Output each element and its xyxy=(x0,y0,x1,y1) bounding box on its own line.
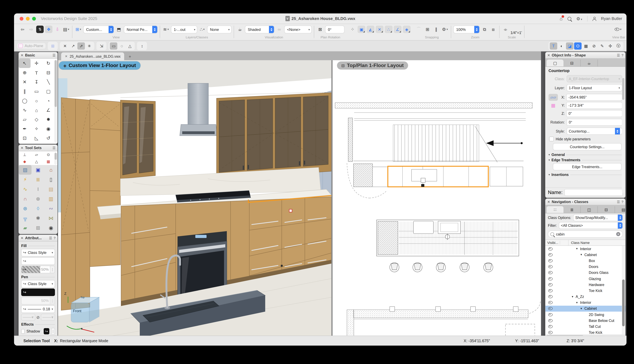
circle-tool[interactable]: ◯ xyxy=(19,96,30,106)
callout-tool[interactable]: ⊟ xyxy=(42,68,54,77)
smart-edge-button[interactable]: ◈ xyxy=(403,26,410,33)
visibility-eye-icon[interactable] xyxy=(546,259,561,262)
rectangular-marquee-mode[interactable]: ▭ xyxy=(110,42,118,50)
close-icon[interactable] xyxy=(20,53,24,58)
rotation-input[interactable]: 0° xyxy=(566,119,622,126)
close-window-button[interactable] xyxy=(20,17,24,20)
palette-menu-icon[interactable] xyxy=(49,236,52,240)
visibility-eye-icon[interactable] xyxy=(546,319,561,322)
auto-plane-group[interactable]: Auto-Plane xyxy=(17,43,46,49)
electrical-toolset[interactable]: ⚡ xyxy=(19,175,32,184)
viewbar-eye-menu[interactable]: ▾ xyxy=(614,26,622,33)
cross-tool[interactable]: ✕ xyxy=(19,77,30,87)
door-toolset[interactable]: ▯ xyxy=(44,175,58,184)
minimize-window-button[interactable] xyxy=(26,17,30,20)
tab-design-layers[interactable]: ≣ xyxy=(564,206,581,213)
close-icon[interactable] xyxy=(20,146,24,150)
polygon-tool[interactable]: ⌂ xyxy=(30,106,42,115)
style-select[interactable]: Countertop... xyxy=(566,128,622,135)
opacity-options-icon[interactable]: ⋮ xyxy=(50,266,54,273)
vectorworks-view-menu[interactable]: Ⓥ xyxy=(615,42,622,50)
camera-toolset[interactable]: ◉ xyxy=(44,223,58,233)
search-icon[interactable] xyxy=(568,17,571,20)
render-mode-select[interactable]: Shaded xyxy=(245,26,274,33)
navigation-header[interactable]: Navigation - Classes xyxy=(546,199,625,205)
curve-snap-icon[interactable]: ⌒ xyxy=(415,26,422,33)
viewport-plan-label[interactable]: ⊟ Top/Plan 1-Floor Layout xyxy=(337,62,408,70)
class-row-doors-glass[interactable]: ▼Doors Glass xyxy=(546,270,625,276)
fill-color-swatch[interactable]: ↪ xyxy=(21,257,55,265)
filter-select[interactable]: <All Classes> xyxy=(559,222,623,229)
scale-value[interactable]: 1/4"=1' xyxy=(510,30,522,35)
machine-design-toolset[interactable]: ✱ xyxy=(32,213,44,223)
saved-view-select[interactable]: Custom... xyxy=(83,26,114,33)
cone-tool[interactable]: △ xyxy=(30,158,42,165)
class-row-interior-2[interactable]: ▼Interior xyxy=(546,300,625,306)
rectangle-tool[interactable]: ▭ xyxy=(30,87,42,96)
space-planning-toolset[interactable]: ▰ xyxy=(19,223,32,233)
tab-saved-views[interactable]: ▤ xyxy=(615,206,626,213)
rotate-tool[interactable]: ↺ xyxy=(42,134,54,143)
layer-select[interactable]: 1-Floor Layout▾ xyxy=(566,84,622,92)
projection-select[interactable]: Normal Pe... xyxy=(124,26,158,33)
layers-icon[interactable]: ≋▾ xyxy=(162,26,170,33)
eyedropper-tool[interactable]: ✒ xyxy=(19,124,30,134)
dimension-toolset[interactable]: ▤ xyxy=(44,184,58,194)
double-polygon-tool[interactable]: ▱ xyxy=(19,115,30,124)
active-class-select[interactable]: None▾ xyxy=(207,26,232,33)
extract-tool[interactable]: ↧ xyxy=(30,77,42,87)
home-icon[interactable]: ⌂ xyxy=(560,16,562,21)
text-tool[interactable]: T xyxy=(30,68,42,77)
fill-opacity-slider[interactable]: ↪ 50% ⋮ xyxy=(21,266,55,273)
basic-scrollbar[interactable] xyxy=(54,60,57,142)
insulation-toolset[interactable]: ∾ xyxy=(44,204,58,213)
pen-style-select[interactable]: ↪ Class Style ▾ xyxy=(21,280,55,288)
class-tree-vscrollbar[interactable] xyxy=(622,246,625,334)
image-snap-toggle[interactable]: ▦ xyxy=(582,42,590,50)
av-toolset[interactable]: ▣ xyxy=(32,165,44,175)
tab-sheet-layers[interactable]: ◫ xyxy=(581,206,598,213)
tool-sets-scrollbar[interactable] xyxy=(54,152,57,165)
tab-viewports[interactable]: ⊟ xyxy=(598,206,615,213)
spiral-tool[interactable]: ✹ xyxy=(42,115,54,124)
viewport-3d[interactable]: ◈ Custom View 1-Floor Layout Z Top xyxy=(58,60,331,336)
help-icon[interactable] xyxy=(54,236,56,240)
visibility-eye-icon[interactable] xyxy=(546,247,561,250)
class-tree-hscrollbar[interactable] xyxy=(546,334,625,336)
active-layer-select[interactable]: 1-...out▾ xyxy=(171,26,197,33)
pane-divider[interactable] xyxy=(331,60,332,336)
camera-filter-select[interactable]: <None>▾ xyxy=(284,26,312,33)
visibility-eye-icon[interactable] xyxy=(546,331,561,334)
interactive-scaling-mode[interactable]: ⇲ xyxy=(98,42,105,50)
class-options-select[interactable]: Show/Snap/Modify... xyxy=(573,214,623,221)
clip-tool[interactable]: ⊡ xyxy=(19,134,30,143)
hide-objects-menu[interactable]: ✣ xyxy=(606,42,614,50)
zoom-tool[interactable]: ⊕ xyxy=(19,68,30,77)
residential-toolset[interactable]: ⌂ xyxy=(44,165,58,175)
ruler-icon[interactable]: ⌯ xyxy=(502,26,509,33)
furniture-toolset[interactable]: ▥ xyxy=(44,194,58,204)
polyline-tool[interactable]: ∠ xyxy=(42,106,54,115)
class-name-column-header[interactable]: Class Name xyxy=(568,241,625,244)
shadow-options-icon[interactable]: ⋮ xyxy=(51,328,55,335)
3d-axis-tool[interactable]: ⊥ xyxy=(19,151,30,158)
snapping-settings-menu[interactable]: ⚙▾ xyxy=(441,26,449,33)
visibility-column-header[interactable]: Visibi... xyxy=(546,241,560,244)
stage-toolset[interactable]: ∩ xyxy=(19,194,32,204)
class-row-toe-kick[interactable]: ▼Toe Kick xyxy=(546,288,625,294)
tool-sets-palette-header[interactable]: Tool Sets xyxy=(19,145,58,151)
snap-grid-icon[interactable]: ⁘ xyxy=(349,26,356,33)
palette-menu-icon[interactable] xyxy=(52,146,56,150)
name-input[interactable] xyxy=(564,189,623,196)
disable-snapping-toggle[interactable]: ⊘ xyxy=(590,42,598,50)
tab-render[interactable]: ☕ xyxy=(581,60,598,66)
shadow-color-swatch[interactable]: ↪ xyxy=(44,328,50,334)
pen-override-menu[interactable]: ✎ xyxy=(598,42,606,50)
visibility-eye-icon[interactable] xyxy=(546,289,561,292)
plane-coords-icon[interactable]: ▱▱ xyxy=(548,94,558,101)
visibility-eye-icon[interactable] xyxy=(546,283,561,286)
oval-tool[interactable]: ○ xyxy=(30,96,42,106)
smart-points-button[interactable]: ∴ xyxy=(385,26,392,33)
x-input[interactable]: -354'4.985" xyxy=(566,94,622,101)
solids-tool[interactable]: ◆ xyxy=(19,158,30,165)
